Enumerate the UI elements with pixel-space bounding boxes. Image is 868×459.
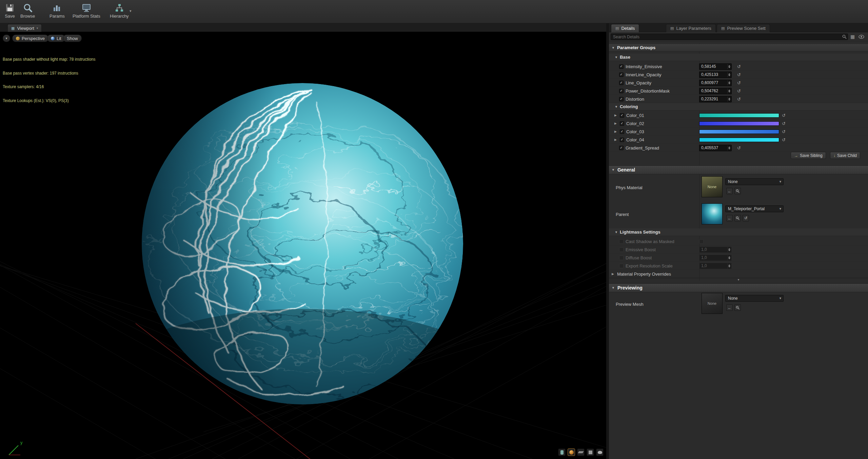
params-button[interactable]: Params (47, 1, 67, 22)
reset-to-default-icon[interactable]: ↺ (737, 64, 741, 69)
param-value-input[interactable]: 0,600977 (699, 80, 732, 86)
param-checkbox-disabled[interactable] (619, 264, 624, 268)
save-child-button[interactable]: ↓ Save Child (830, 152, 860, 159)
param-checkbox-disabled[interactable] (619, 247, 624, 252)
platform-stats-button[interactable]: Platform Stats (71, 1, 102, 22)
lightmass-settings-header[interactable]: ▼ Lightmass Settings (609, 228, 868, 236)
param-checkbox-disabled[interactable] (619, 239, 624, 244)
cube-preview-button[interactable] (587, 448, 594, 456)
reset-to-default-icon[interactable]: ↺ (737, 80, 741, 85)
parent-material-thumbnail[interactable] (702, 203, 723, 224)
spinner-icon[interactable] (727, 88, 731, 94)
perspective-button[interactable]: Perspective (12, 35, 48, 42)
parent-browse-icon[interactable] (734, 215, 741, 221)
mesh-use-selected-icon[interactable]: ← (726, 304, 733, 311)
parent-use-selected-icon[interactable]: ← (726, 215, 733, 221)
view-options-eye-icon[interactable] (859, 35, 864, 39)
coloring-group-header[interactable]: ▼ Coloring (609, 103, 868, 111)
reset-to-default-icon[interactable]: ↺ (737, 72, 741, 77)
viewport-tab-caret[interactable]: ▾ (37, 26, 38, 30)
reset-to-default-icon[interactable]: ↺ (782, 129, 786, 134)
value-checkbox[interactable] (699, 239, 704, 244)
param-checkbox[interactable]: ✓ (619, 81, 624, 85)
param-value-input[interactable]: 0,504762 (699, 88, 732, 94)
lightmass-settings-title: Lightmass Settings (620, 230, 660, 235)
phys-use-selected-icon[interactable]: ← (726, 188, 733, 194)
param-checkbox-disabled[interactable] (619, 256, 624, 260)
tab-details[interactable]: ▤ Details (611, 24, 639, 32)
expander-icon[interactable]: ▶ (614, 114, 618, 117)
phys-material-dropdown[interactable]: None ▼ (725, 178, 784, 185)
reset-to-default-icon[interactable]: ↺ (737, 97, 741, 102)
param-checkbox[interactable]: ✓ (619, 146, 624, 150)
color-swatch[interactable] (699, 121, 779, 126)
param-checkbox[interactable]: ✓ (619, 73, 624, 77)
param-value-input[interactable]: 0,405537 (699, 145, 732, 151)
spinner-icon[interactable] (727, 145, 731, 151)
platform-stats-label: Platform Stats (73, 14, 100, 19)
tab-layer-parameters[interactable]: ▤ Layer Parameters (666, 24, 716, 32)
parent-dropdown[interactable]: M_Teleporter_Portal ▼ (725, 205, 784, 212)
tab-preview-scene-settings[interactable]: ▤ Preview Scene Sett (717, 24, 770, 32)
param-checkbox[interactable]: ✓ (620, 113, 624, 118)
section-splitter[interactable]: ▼ (609, 278, 868, 282)
mesh-browse-icon[interactable] (734, 304, 741, 311)
param-checkbox[interactable]: ✓ (619, 89, 624, 93)
base-group-title: Base (620, 55, 630, 60)
expander-icon[interactable]: ▶ (612, 272, 615, 276)
material-preview-sphere[interactable] (140, 82, 465, 406)
sphere-preview-button[interactable] (568, 448, 575, 456)
previewing-section-header[interactable]: ▼ Previewing (609, 283, 868, 292)
phys-material-thumbnail[interactable]: None (702, 176, 723, 197)
save-button[interactable]: Save (2, 1, 18, 22)
spinner-icon[interactable] (727, 64, 731, 69)
color-swatch[interactable] (699, 129, 779, 134)
lit-button[interactable]: Lit (47, 35, 65, 42)
param-checkbox[interactable]: ✓ (620, 121, 624, 126)
param-checkbox[interactable]: ✓ (620, 129, 624, 134)
viewport-tab[interactable]: ▦ Viewport ▾ (7, 24, 42, 32)
expander-icon[interactable]: ▶ (614, 130, 618, 133)
reset-to-default-icon[interactable]: ↺ (737, 145, 741, 151)
expander-icon[interactable]: ▶ (614, 138, 618, 141)
hierarchy-dropdown-caret[interactable]: ▾ (130, 9, 132, 13)
panel-splitter[interactable] (606, 23, 609, 459)
spinner-icon[interactable] (727, 97, 731, 102)
cylinder-preview-button[interactable] (558, 448, 566, 456)
base-group-header[interactable]: ▼ Base (609, 54, 868, 61)
color-swatch[interactable] (699, 113, 779, 118)
param-value-input[interactable]: 0,58145 (699, 63, 732, 70)
param-value-input[interactable]: 0,223291 (699, 96, 732, 102)
viewport-options-button[interactable]: ▾ (3, 35, 10, 42)
phys-browse-icon[interactable] (734, 188, 741, 194)
param-checkbox[interactable]: ✓ (619, 64, 624, 69)
parameter-groups-title: Parameter Groups (617, 45, 655, 50)
expander-icon[interactable]: ▶ (614, 122, 618, 125)
hierarchy-button[interactable]: Hierarchy (108, 1, 131, 22)
color-swatch[interactable] (699, 138, 779, 142)
param-checkbox[interactable]: ✓ (620, 138, 624, 142)
reset-to-default-icon[interactable]: ↺ (782, 137, 786, 142)
browse-button[interactable]: Browse (18, 1, 37, 22)
material-property-overrides-row[interactable]: ▶ Material Property Overrides (609, 270, 868, 278)
param-value-input[interactable]: 0,425133 (699, 72, 732, 78)
reset-to-default-icon[interactable]: ↺ (782, 113, 786, 118)
viewport-3d[interactable]: ▾ Perspective Lit Show Base pass shader … (0, 32, 606, 459)
preview-mesh-dropdown[interactable]: None ▼ (725, 295, 784, 302)
spinner-icon[interactable] (727, 72, 731, 77)
param-row-color-01: ▶ ✓ Color_01 ↺ (609, 111, 868, 119)
preview-mesh-thumbnail[interactable]: None (702, 293, 723, 314)
plane-preview-button[interactable] (577, 448, 585, 456)
reset-to-default-icon[interactable]: ↺ (737, 88, 741, 94)
show-button[interactable]: Show (63, 35, 82, 42)
param-checkbox[interactable]: ✓ (619, 97, 624, 101)
reset-to-default-icon[interactable]: ↺ (782, 121, 786, 126)
spinner-icon[interactable] (727, 80, 731, 85)
search-input[interactable] (611, 34, 848, 40)
teapot-preview-button[interactable] (596, 448, 604, 456)
save-sibling-button[interactable]: → Save Sibling (791, 152, 826, 159)
display-filter-icon[interactable]: ▦ (850, 34, 855, 39)
parent-reset-icon[interactable]: ↺ (743, 215, 749, 221)
parameter-groups-header[interactable]: ▼ Parameter Groups (609, 44, 868, 52)
general-section-header[interactable]: ▼ General (609, 165, 868, 174)
